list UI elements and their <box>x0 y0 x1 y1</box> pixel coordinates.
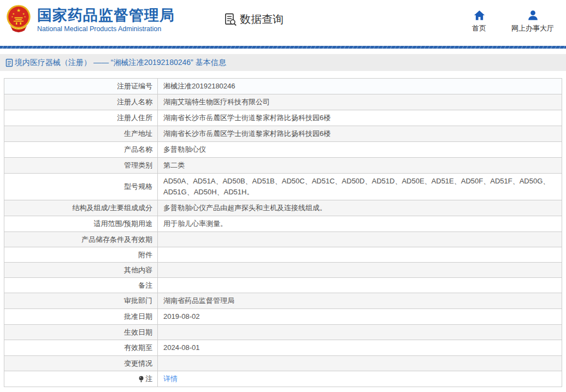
table-row: 有效期至2024-08-01 <box>4 340 562 356</box>
data-query-label: 数据查询 <box>240 12 284 27</box>
table-row: 生效日期 <box>4 325 562 340</box>
row-value: 2024-08-01 <box>158 340 562 355</box>
info-table: 注册证编号湘械注准20192180246注册人名称湖南艾瑞特生物医疗科技有限公司… <box>4 78 562 387</box>
row-label: 适用范围/预期用途 <box>4 216 158 231</box>
table-row: 备注 <box>4 278 562 293</box>
row-value: 湖南省长沙市岳麓区学士街道黎家村路比扬科技园6楼 <box>158 110 562 126</box>
nav-home-label: 首页 <box>472 23 486 33</box>
row-value: 湘械注准20192180246 <box>158 79 562 94</box>
document-icon <box>5 58 13 67</box>
table-row: 附件 <box>4 247 562 263</box>
table-row: 管理类别第二类 <box>4 158 562 174</box>
svg-text:★: ★ <box>11 15 13 18</box>
row-label: 注册证编号 <box>4 79 158 94</box>
svg-text:★: ★ <box>16 8 21 14</box>
row-value <box>158 278 562 293</box>
main-content: 注册证编号湘械注准20192180246注册人名称湖南艾瑞特生物医疗科技有限公司… <box>0 78 566 387</box>
header-divider-band <box>0 46 566 49</box>
detail-link[interactable]: 详情 <box>163 375 178 383</box>
row-label: 结构及组成/主要组成成分 <box>4 200 158 216</box>
row-label: 有效期至 <box>4 340 158 355</box>
table-row: 结构及组成/主要组成成分多普勒胎心仪产品由超声探头和主机及连接线组成。 <box>4 200 562 216</box>
row-value: 湖南省长沙市岳麓区学士街道黎家村路比扬科技园6楼 <box>158 126 562 141</box>
row-value: 第二类 <box>158 158 562 173</box>
row-label: 生产地址 <box>4 126 158 141</box>
row-label: 备注 <box>4 278 158 293</box>
row-label: 其他内容 <box>4 263 158 277</box>
breadcrumb-text: 境内医疗器械（注册） —— “湘械注准20192180246” 基本信息 <box>15 58 226 68</box>
site-title: 国家药品监督管理局 <box>37 7 175 23</box>
site-header: ★ ★ ★ ★ ★ 国家药品监督管理局 National Medical Pro… <box>0 0 566 46</box>
table-row: 生产地址湖南省长沙市岳麓区学士街道黎家村路比扬科技园6楼 <box>4 126 562 142</box>
row-value: 湖南艾瑞特生物医疗科技有限公司 <box>158 94 562 110</box>
row-value <box>158 356 562 371</box>
table-row: 型号规格AD50A、AD51A、AD50B、AD51B、AD50C、AD51C、… <box>4 174 562 200</box>
breadcrumb: 境内医疗器械（注册） —— “湘械注准20192180246” 基本信息 <box>0 54 566 71</box>
row-value: 用于胎儿心率测量。 <box>158 216 562 231</box>
data-query-entry[interactable]: 数据查询 <box>223 12 284 27</box>
title-block: 国家药品监督管理局 National Medical Products Admi… <box>37 3 175 33</box>
nav-home[interactable]: 首页 <box>472 10 486 33</box>
row-label: 产品名称 <box>4 142 158 157</box>
table-row: 批准日期2019-08-02 <box>4 309 562 325</box>
row-label: 附件 <box>4 247 158 262</box>
row-label: 生效日期 <box>4 325 158 340</box>
table-row: 产品储存条件及有效期 <box>4 232 562 247</box>
logo-area: ★ ★ ★ ★ ★ 国家药品监督管理局 National Medical Pro… <box>5 3 175 34</box>
row-label: 审批部门 <box>4 293 158 308</box>
row-label: 变更情况 <box>4 356 158 371</box>
data-query-icon <box>223 12 238 27</box>
row-value: 湖南省药品监督管理局 <box>158 293 562 308</box>
header-nav: 首页 网上办事大厅 <box>472 10 554 33</box>
svg-text:★: ★ <box>13 12 15 15</box>
row-label: 型号规格 <box>4 174 158 200</box>
table-row: 适用范围/预期用途用于胎儿心率测量。 <box>4 216 562 232</box>
row-value: 多普勒胎心仪产品由超声探头和主机及连接线组成。 <box>158 200 562 216</box>
nav-service-hall-label: 网上办事大厅 <box>511 23 554 33</box>
row-label: 管理类别 <box>4 158 158 173</box>
home-icon <box>474 10 485 21</box>
nav-service-hall[interactable]: 网上办事大厅 <box>511 10 554 33</box>
row-value: AD50A、AD51A、AD50B、AD51B、AD50C、AD51C、AD50… <box>158 174 562 200</box>
table-row: 注册证编号湘械注准20192180246 <box>4 79 562 94</box>
site-subtitle: National Medical Products Administration <box>37 25 175 33</box>
row-value <box>158 325 562 340</box>
table-row: 审批部门湖南省药品监督管理局 <box>4 293 562 309</box>
row-label: 产品储存条件及有效期 <box>4 232 158 247</box>
row-value <box>158 247 562 262</box>
table-row: 注册人住所湖南省长沙市岳麓区学士街道黎家村路比扬科技园6楼 <box>4 110 562 126</box>
row-value: 多普勒胎心仪 <box>158 142 562 157</box>
svg-text:★: ★ <box>24 15 26 18</box>
note-balloon-icon <box>139 376 144 383</box>
row-value: 2019-08-02 <box>158 309 562 324</box>
row-label: 批准日期 <box>4 309 158 324</box>
table-row: 其他内容 <box>4 263 562 278</box>
row-label: 注册人住所 <box>4 110 158 126</box>
national-emblem-logo: ★ ★ ★ ★ ★ <box>5 4 32 34</box>
row-label: 注 <box>4 371 158 387</box>
row-value <box>158 263 562 277</box>
row-value: 详情 <box>158 371 562 387</box>
table-row: 注详情 <box>4 371 562 387</box>
svg-text:★: ★ <box>22 12 25 15</box>
table-row: 变更情况 <box>4 356 562 371</box>
row-value <box>158 232 562 247</box>
user-icon <box>527 10 539 21</box>
row-label: 注册人名称 <box>4 94 158 110</box>
table-row: 注册人名称湖南艾瑞特生物医疗科技有限公司 <box>4 94 562 110</box>
table-row: 产品名称多普勒胎心仪 <box>4 142 562 158</box>
